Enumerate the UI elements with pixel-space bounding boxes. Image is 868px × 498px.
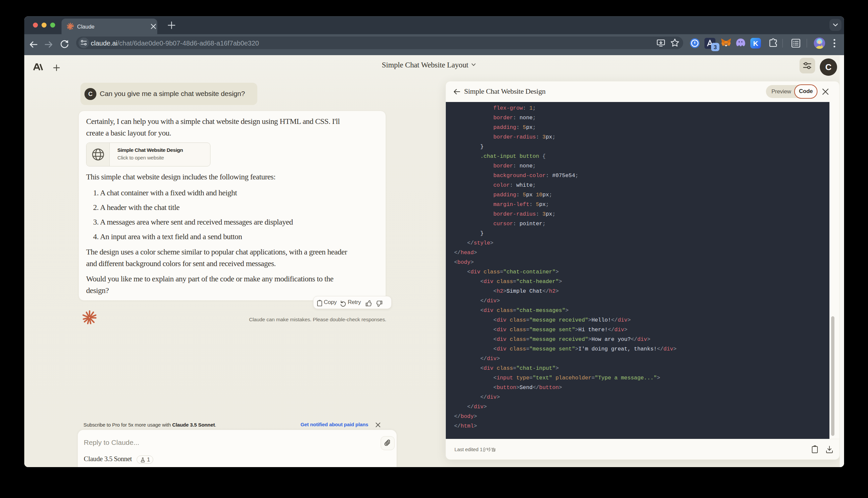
svg-text:3: 3 [714,44,717,51]
svg-text:K: K [753,40,758,47]
